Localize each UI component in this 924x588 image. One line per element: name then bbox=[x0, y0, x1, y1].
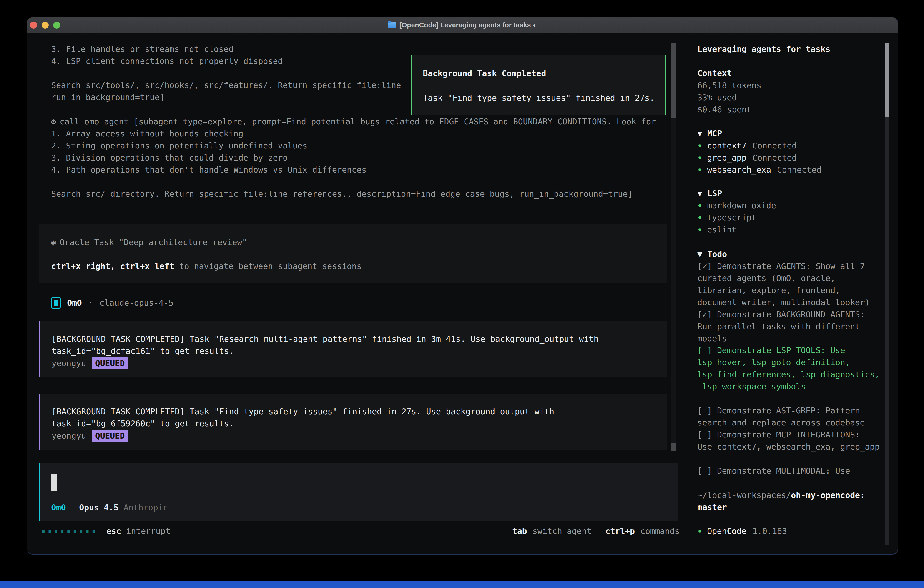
mcp-heading: MCP bbox=[707, 127, 722, 139]
cmd-label: commands bbox=[640, 525, 680, 537]
agent-checkbox-icon bbox=[51, 297, 61, 309]
status-dot-icon bbox=[698, 157, 701, 159]
tab-key: tab bbox=[512, 525, 527, 537]
input-agent-name: OmO bbox=[51, 501, 66, 514]
lsp-item-name: markdown-oxide bbox=[707, 200, 776, 211]
prompt-input[interactable]: OmO Opus 4.5 Anthropic bbox=[39, 463, 678, 521]
app-name-open: Open bbox=[707, 526, 727, 536]
close-button[interactable] bbox=[30, 21, 37, 29]
lsp-item-name: typescript bbox=[707, 211, 756, 223]
tab-label: switch agent bbox=[533, 525, 592, 537]
workspace-repo: oh-my-opencode: bbox=[791, 491, 865, 500]
app-name-code: Code bbox=[727, 526, 747, 536]
todo-section-header[interactable]: ▼ Todo bbox=[697, 248, 727, 260]
status-dot-icon bbox=[698, 228, 701, 231]
mcp-item-name: websearch_exa bbox=[707, 164, 771, 176]
task-author: yeongyu bbox=[52, 358, 86, 368]
sidebar-scrollbar[interactable] bbox=[884, 43, 889, 545]
esc-key: esc bbox=[106, 526, 121, 536]
oracle-task-box: ◉ Oracle Task "Deep architecture review"… bbox=[39, 224, 667, 283]
lsp-item-name: eslint bbox=[707, 223, 737, 236]
lsp-heading: LSP bbox=[707, 187, 722, 200]
sidebar-scrollbar-thumb[interactable] bbox=[884, 43, 889, 117]
statusbar-right: tab switch agent ctrl+p commands bbox=[512, 525, 680, 537]
workspace-path-prefix: ~/local-workspaces/ bbox=[697, 491, 791, 500]
oracle-hint-keys: ctrl+x right, ctrl+x left bbox=[51, 261, 174, 271]
status-dot-icon bbox=[698, 144, 701, 147]
lsp-item: eslint bbox=[698, 223, 737, 236]
task-card: [BACKGROUND TASK COMPLETED] Task "Resear… bbox=[39, 321, 667, 377]
status-badge: QUEUED bbox=[92, 357, 129, 370]
app-version-row: OpenCode 1.0.163 bbox=[698, 525, 787, 537]
input-model-row: OmO Opus 4.5 Anthropic bbox=[51, 501, 678, 514]
task-card-meta: yeongyuQUEUED bbox=[52, 357, 667, 370]
todo-completed-items: [✓] Demonstrate AGENTS: Show all 7 curat… bbox=[697, 260, 886, 345]
app-version-number: 1.0.163 bbox=[752, 525, 787, 537]
todo-heading: Todo bbox=[707, 248, 727, 260]
mcp-item-status: Connected bbox=[752, 152, 797, 164]
status-dot-icon bbox=[698, 204, 701, 207]
status-dot-icon bbox=[698, 168, 701, 171]
mcp-item-name: grep_app bbox=[707, 152, 746, 164]
tool-call-text: call_omo_agent [subagent_type=explore, p… bbox=[60, 116, 656, 127]
task-card-line1: [BACKGROUND TASK COMPLETED] Task "Find t… bbox=[52, 405, 667, 418]
task-card-meta: yeongyuQUEUED bbox=[52, 429, 667, 442]
workspace-branch: master bbox=[697, 501, 727, 513]
esc-hint: esc interrupt bbox=[106, 525, 170, 537]
gear-icon: ⚙ bbox=[51, 116, 56, 127]
mcp-item-status: Connected bbox=[777, 164, 822, 176]
agent-header: OmO · claude-opus-4-5 bbox=[51, 297, 173, 309]
app-name: OpenCode bbox=[707, 525, 746, 537]
terminal-scrollback-top: 3. File handles or streams not closed 4.… bbox=[51, 43, 401, 103]
task-card-line2: task_id="bg_6f59260c" to get results. bbox=[52, 418, 667, 429]
status-dot-icon bbox=[698, 216, 701, 219]
cmd-key: ctrl+p bbox=[605, 525, 635, 537]
chevron-down-icon: ▼ bbox=[697, 127, 702, 139]
mcp-item-name: context7 bbox=[707, 140, 746, 152]
status-dot-icon bbox=[698, 530, 701, 532]
mcp-item: context7 Connected bbox=[698, 140, 797, 152]
oracle-hint: ctrl+x right, ctrl+x left to navigate be… bbox=[51, 260, 667, 272]
task-author: yeongyu bbox=[52, 431, 86, 441]
folder-icon bbox=[388, 22, 396, 28]
minimize-button[interactable] bbox=[41, 21, 49, 29]
lsp-item: typescript bbox=[698, 211, 756, 223]
input-model-name: Opus 4.5 bbox=[79, 501, 119, 514]
terminal-scrollback-list: 1. Array access without bounds checking … bbox=[51, 127, 633, 200]
todo-pending-items: [ ] Demonstrate AST-GREP: Pattern search… bbox=[697, 405, 886, 453]
notification-title: Background Task Completed bbox=[423, 67, 665, 79]
maximize-button[interactable] bbox=[53, 21, 60, 29]
agent-name: OmO bbox=[67, 297, 82, 309]
desktop-wallpaper-strip bbox=[0, 581, 924, 588]
todo-active-item: [ ] Demonstrate LSP TOOLS: Use lsp_hover… bbox=[697, 344, 886, 393]
lsp-item: markdown-oxide bbox=[698, 200, 776, 211]
statusbar-left: ▪▪▪▪▪▪▪▪▪ esc interrupt bbox=[41, 525, 170, 537]
task-card-line2: task_id="bg_dcfac161" to get results. bbox=[52, 345, 667, 357]
input-provider-name: Anthropic bbox=[124, 501, 168, 514]
todo-pending-more: [ ] Demonstrate MULTIMODAL: Use bbox=[697, 465, 886, 477]
context-stats: 66,518 tokens 33% used $0.46 spent bbox=[697, 79, 761, 116]
main-scrollbar[interactable] bbox=[671, 43, 676, 451]
status-badge: QUEUED bbox=[92, 429, 129, 442]
notification-body: Task "Find type safety issues" finished … bbox=[423, 92, 665, 104]
mcp-item: websearch_exa Connected bbox=[698, 164, 822, 176]
mcp-item: grep_app Connected bbox=[698, 152, 797, 164]
mcp-section-header[interactable]: ▼ MCP bbox=[697, 127, 722, 139]
sidebar-session-title: Leveraging agents for tasks bbox=[697, 43, 830, 55]
task-card: [BACKGROUND TASK COMPLETED] Task "Find t… bbox=[39, 393, 667, 450]
desktop: [OpenCode] Leveraging agents for tasks ◐… bbox=[0, 0, 924, 588]
text-cursor bbox=[51, 474, 57, 491]
mcp-item-status: Connected bbox=[752, 140, 797, 152]
agent-model: claude-opus-4-5 bbox=[100, 297, 173, 309]
notification-toast[interactable]: Background Task Completed Task "Find typ… bbox=[411, 55, 666, 115]
context-heading: Context bbox=[697, 67, 732, 79]
oracle-task-title: Oracle Task "Deep architecture review" bbox=[60, 236, 247, 248]
main-scrollbar-thumb[interactable] bbox=[671, 43, 676, 118]
window-titlebar[interactable]: [OpenCode] Leveraging agents for tasks ◐ bbox=[27, 17, 898, 33]
oracle-ring-icon: ◉ bbox=[51, 236, 56, 248]
main-scrollbar-end[interactable] bbox=[671, 443, 676, 451]
chevron-down-icon: ▼ bbox=[697, 187, 702, 200]
esc-label: interrupt bbox=[126, 526, 170, 536]
task-card-line1: [BACKGROUND TASK COMPLETED] Task "Resear… bbox=[52, 333, 667, 345]
lsp-section-header[interactable]: ▼ LSP bbox=[697, 187, 722, 200]
